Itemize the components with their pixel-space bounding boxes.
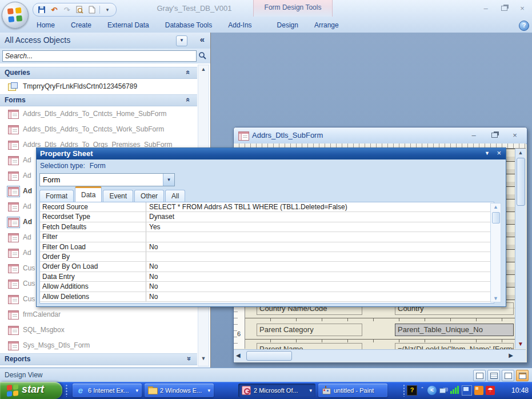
form-item[interactable]: Addrs_Dtls_Addrs_To_Cntcts_Home_SubForm (0, 106, 197, 122)
scroll-down-arrow[interactable]: ▼ (491, 296, 501, 301)
vertical-scrollbar[interactable]: ▲ ▼ (515, 149, 526, 349)
scrollbar-thumb[interactable] (492, 212, 500, 224)
form-item[interactable]: Addrs_Dtls_Addrs_To_Cntcts_Work_SubForm (0, 122, 197, 137)
taskbar-grip[interactable] (65, 384, 68, 397)
scroll-right-arrow[interactable]: ▶ (509, 352, 513, 358)
qat-customize-dropdown-icon[interactable]: ▾ (102, 5, 113, 14)
tab-data[interactable]: Data (75, 186, 102, 202)
scroll-down-arrow[interactable]: ▼ (515, 341, 526, 347)
signal-strength-icon[interactable] (450, 386, 459, 395)
taskbar-item-paint[interactable]: untitled - Paint (318, 384, 387, 397)
property-row[interactable]: Allow AdditionsNo (40, 282, 494, 292)
taskbar-item-microsoft-office[interactable]: 2 Microsoft Of... ▾ (238, 384, 315, 397)
group-dropdown-icon[interactable]: ▾ (207, 388, 210, 393)
section-header-reports[interactable]: Reports « (0, 353, 197, 365)
tab-other[interactable]: Other (134, 190, 164, 202)
updates-tray-icon[interactable] (474, 386, 483, 395)
hide-icons-chevron-icon[interactable]: ˆ (419, 386, 425, 395)
antivirus-tray-icon[interactable]: ☂ (486, 386, 495, 395)
property-row[interactable]: Order By (40, 252, 494, 262)
property-row[interactable]: Recordset TypeDynaset (40, 212, 494, 222)
property-row[interactable]: Fetch DefaultsYes (40, 222, 494, 232)
property-row[interactable]: Filter (40, 232, 494, 242)
layout-view-button[interactable] (502, 370, 514, 381)
scroll-left-arrow[interactable]: ◀ (236, 352, 241, 358)
property-sheet-title: Property Sheet (40, 149, 93, 158)
save-icon[interactable] (37, 5, 47, 14)
view-status-text: Design View (5, 371, 42, 379)
object-selector-combobox[interactable]: Form ▾ (39, 173, 175, 186)
scroll-up-arrow[interactable]: ▲ (491, 204, 501, 210)
expand-chevron-icon[interactable]: « (184, 357, 193, 361)
section-header-forms[interactable]: Forms « (0, 94, 197, 106)
close-icon[interactable]: × (509, 131, 521, 140)
form-item[interactable]: Sys_Msgs_Dtls_Form (0, 338, 197, 353)
search-input[interactable] (2, 50, 197, 62)
undo-icon[interactable]: ↶ (49, 5, 59, 14)
new-object-icon[interactable] (87, 5, 97, 14)
query-item[interactable]: TmprryQryFrLnkFldsCrtn0123456789 (0, 79, 197, 94)
maximize-icon[interactable] (488, 131, 501, 140)
scroll-down-arrow[interactable]: ▼ (198, 356, 209, 361)
tab-add-ins[interactable]: Add-Ins (220, 18, 259, 33)
property-sheet-scrollbar[interactable]: ▲ ▼ (490, 203, 501, 302)
field-label[interactable]: Parent Category (257, 324, 362, 336)
scroll-up-arrow[interactable]: ▲ (198, 66, 209, 72)
tab-format[interactable]: Format (39, 190, 74, 202)
nav-menu-dropdown-icon[interactable]: ▼ (176, 35, 187, 46)
redo-icon[interactable]: ↷ (62, 5, 72, 14)
subform-title-bar[interactable]: Addrs_Dtls_SubForm – × (234, 127, 527, 144)
combobox-dropdown-icon[interactable]: ▾ (163, 174, 174, 186)
tab-home[interactable]: Home (29, 18, 63, 33)
tab-create[interactable]: Create (63, 18, 99, 33)
clock[interactable]: 10:48 (511, 386, 529, 394)
help-tray-icon[interactable]: ? (407, 385, 417, 396)
tab-database-tools[interactable]: Database Tools (157, 18, 221, 33)
taskbar-item-internet-explorer[interactable]: e 6 Internet Ex... ▾ (73, 384, 142, 397)
field-textbox-selected[interactable]: Parent_Table_Unique_No (395, 324, 514, 336)
minimize-button[interactable]: – (479, 4, 492, 13)
property-sheet-tabs: Format Data Event Other All (39, 189, 186, 202)
form-item[interactable]: SQL_Msgbox (0, 322, 197, 338)
tab-all[interactable]: All (165, 190, 185, 202)
print-preview-icon[interactable] (74, 5, 85, 14)
tab-design[interactable]: Design (269, 18, 306, 33)
property-sheet-title-bar[interactable]: Property Sheet ▼ × (37, 148, 506, 159)
property-row[interactable]: Record SourceSELECT * FROM Addrs AS TBL1… (40, 202, 494, 212)
property-row[interactable]: Filter On LoadNo (40, 242, 494, 252)
start-button[interactable]: start (0, 382, 62, 399)
design-view-button[interactable] (516, 370, 529, 381)
scrollbar-thumb[interactable] (517, 158, 525, 206)
office-button[interactable] (2, 2, 29, 29)
property-row[interactable]: Order By On LoadNo (40, 262, 494, 272)
collapse-chevron-icon[interactable]: « (184, 70, 193, 74)
form-item[interactable]: frmCalendar (0, 307, 197, 322)
tab-event[interactable]: Event (103, 190, 133, 202)
scroll-up-arrow[interactable]: ▲ (515, 150, 526, 155)
messenger-tray-icon[interactable]: < (427, 386, 437, 395)
shutter-close-icon[interactable]: « (200, 34, 205, 44)
property-sheet-close-icon[interactable]: × (497, 149, 501, 157)
group-dropdown-icon[interactable]: ▾ (309, 388, 312, 393)
close-button[interactable]: × (516, 4, 529, 13)
help-icon[interactable]: ? (519, 21, 529, 31)
network-computer-icon[interactable] (462, 385, 472, 396)
nav-pane-header[interactable]: All Access Objects ▼ « (0, 33, 210, 49)
wireless-network-icon[interactable]: ))) (439, 386, 448, 395)
scrollbar-thumb[interactable] (246, 351, 292, 361)
search-icon[interactable] (198, 51, 208, 61)
section-header-queries[interactable]: Queries « (0, 67, 197, 79)
property-sheet-dropdown-icon[interactable]: ▼ (485, 150, 490, 156)
restore-button[interactable] (498, 4, 510, 13)
tab-external-data[interactable]: External Data (99, 18, 157, 33)
collapse-chevron-icon[interactable]: « (184, 98, 193, 102)
horizontal-scrollbar[interactable]: ◀ ▶ (234, 349, 526, 362)
form-view-button[interactable] (473, 370, 486, 381)
property-row[interactable]: Allow DeletionsNo (40, 292, 494, 302)
property-row[interactable]: Data EntryNo (40, 272, 494, 282)
group-dropdown-icon[interactable]: ▾ (135, 388, 138, 393)
datasheet-view-button[interactable] (487, 370, 500, 381)
tab-arrange[interactable]: Arrange (306, 18, 347, 33)
taskbar-item-windows-explorer[interactable]: 2 Windows E... ▾ (145, 384, 214, 397)
minimize-icon[interactable]: – (467, 131, 480, 140)
